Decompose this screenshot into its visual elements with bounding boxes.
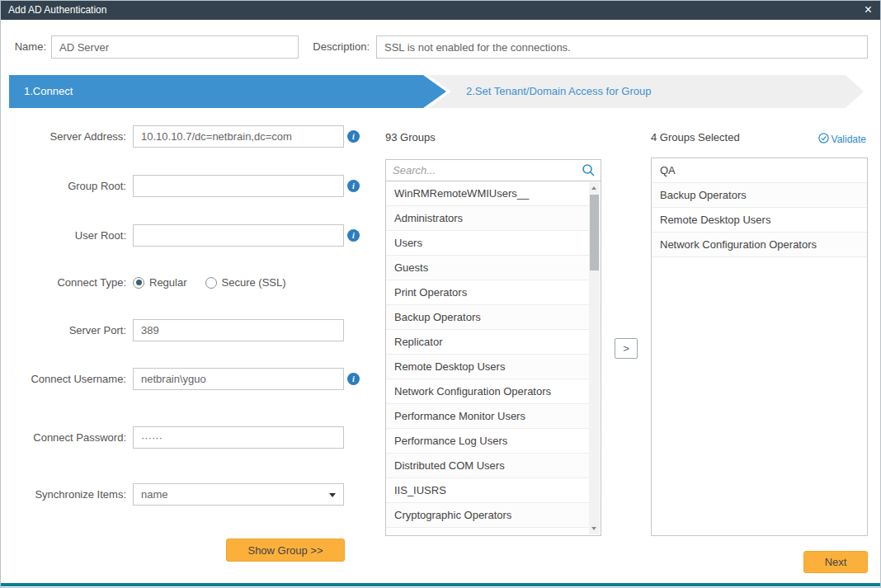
connect-username-label: Connect Username:	[9, 368, 126, 390]
list-item[interactable]: Administrators	[386, 206, 601, 231]
connect-username-input[interactable]	[133, 368, 344, 390]
dialog-title: Add AD Authentication	[8, 4, 106, 16]
list-item[interactable]: IIS_IUSRS	[386, 478, 601, 503]
selected-groups-header: 4 Groups Selected	[651, 131, 740, 143]
selected-groups-list: QA Backup Operators Remote Desktop Users…	[651, 158, 868, 536]
step1-label: 1.Connect	[24, 85, 73, 97]
tab-step2-set-tenant-domain-access[interactable]: 2.Set Tenant/Domain Access for Group	[428, 75, 864, 108]
name-input[interactable]	[51, 35, 299, 59]
list-item[interactable]: Remote Desktop Users	[652, 208, 867, 233]
description-input[interactable]	[376, 35, 868, 59]
secure-ssl-radio[interactable]	[205, 277, 217, 289]
list-item[interactable]: Network Configuration Operators	[652, 233, 867, 257]
list-item[interactable]: Cryptographic Operators	[386, 503, 601, 528]
list-item[interactable]: Backup Operators	[652, 183, 867, 208]
server-address-info-icon[interactable]: i	[347, 130, 360, 143]
add-ad-authentication-dialog: Add AD Authentication × Name: Descriptio…	[0, 0, 881, 588]
groups-count-header: 93 Groups	[385, 131, 436, 143]
server-port-input[interactable]	[133, 319, 344, 341]
radio-selected-dot	[136, 280, 142, 285]
connect-password-label: Connect Password:	[9, 426, 126, 449]
next-button[interactable]: Next	[803, 551, 868, 573]
regular-radio[interactable]	[133, 277, 144, 289]
server-address-input[interactable]	[133, 125, 344, 148]
server-port-label: Server Port:	[9, 319, 126, 341]
connect-password-input[interactable]	[133, 426, 344, 449]
search-icon[interactable]	[582, 163, 596, 181]
tab-step1-connect[interactable]: 1.Connect	[9, 75, 446, 108]
list-item[interactable]: Backup Operators	[386, 305, 601, 330]
scroll-down-icon[interactable]	[589, 523, 600, 534]
group-search-box	[385, 159, 601, 181]
regular-radio-label[interactable]: Regular	[149, 276, 187, 289]
synchronize-items-select[interactable]: name	[133, 483, 344, 506]
list-item[interactable]: Remote Desktop Users	[386, 355, 601, 379]
scrollbar-thumb[interactable]	[590, 195, 599, 270]
validate-check-icon	[818, 133, 829, 146]
list-item[interactable]: Distributed COM Users	[386, 454, 601, 478]
available-groups-list: WinRMRemoteWMIUsers__ Administrators Use…	[385, 181, 601, 536]
scroll-up-icon[interactable]	[589, 182, 600, 194]
list-item[interactable]: Network Configuration Operators	[386, 379, 601, 404]
group-root-info-icon[interactable]: i	[347, 180, 360, 192]
show-group-button[interactable]: Show Group >>	[226, 539, 345, 562]
groups-list-scrollbar[interactable]	[589, 182, 600, 534]
list-item[interactable]: Performance Log Users	[386, 429, 601, 454]
close-icon[interactable]: ×	[865, 1, 872, 20]
step2-label: 2.Set Tenant/Domain Access for Group	[466, 85, 652, 97]
group-search-input[interactable]	[386, 160, 576, 181]
connect-type-radio-group: Regular Secure (SSL)	[133, 276, 299, 289]
secure-ssl-radio-label[interactable]: Secure (SSL)	[222, 276, 286, 289]
user-root-info-icon[interactable]: i	[347, 229, 360, 242]
description-label: Description:	[308, 35, 370, 59]
validate-link[interactable]: Validate	[818, 133, 866, 146]
list-item[interactable]: WinRMRemoteWMIUsers__	[386, 181, 601, 206]
add-group-transfer-button[interactable]: >	[615, 338, 638, 359]
list-item[interactable]: Guests	[386, 256, 601, 280]
list-item[interactable]: Users	[386, 231, 601, 256]
server-address-label: Server Address:	[9, 125, 126, 148]
synchronize-items-value: name	[141, 488, 168, 501]
dialog-titlebar: Add AD Authentication ×	[1, 1, 880, 20]
group-root-label: Group Root:	[9, 175, 126, 197]
list-item[interactable]: Print Operators	[386, 280, 601, 305]
chevron-down-icon	[329, 493, 336, 497]
dialog-bottom-accent-bar	[1, 583, 880, 586]
user-root-input[interactable]	[133, 224, 344, 247]
user-root-label: User Root:	[9, 224, 126, 247]
list-item[interactable]: QA	[652, 158, 867, 183]
group-root-input[interactable]	[133, 175, 344, 197]
connect-type-label: Connect Type:	[9, 271, 126, 294]
validate-label: Validate	[832, 134, 866, 145]
name-label: Name:	[9, 35, 46, 59]
synchronize-items-label: Synchronize Items:	[9, 483, 126, 506]
list-item[interactable]: Replicator	[386, 330, 601, 355]
connect-username-info-icon[interactable]: i	[347, 373, 360, 385]
list-item[interactable]: Performance Monitor Users	[386, 404, 601, 429]
